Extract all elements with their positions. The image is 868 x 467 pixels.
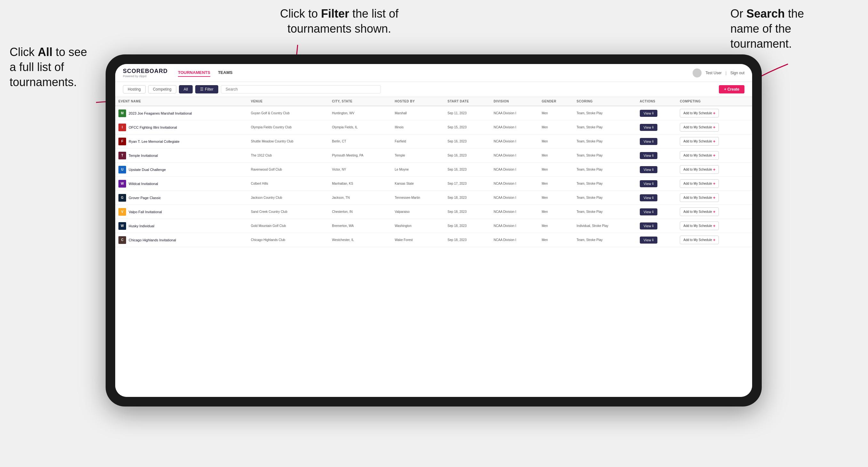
header-right: Test User | Sign out [692,68,744,77]
annotation-filter: Click to Filter the list oftournaments s… [230,6,448,36]
cell-gender-6: Men [538,191,573,205]
tab-competing[interactable]: Competing [148,85,176,93]
cell-gender-8: Men [538,219,573,233]
tab-all[interactable]: All [179,85,193,93]
event-name-text-8: Husky Individual [129,224,154,228]
view-button-1[interactable]: View ℹ [640,124,658,131]
tab-hosting[interactable]: Hosting [123,85,146,93]
add-schedule-button-3[interactable]: Add to My Schedule + [680,151,719,160]
cell-competing-5: Add to My Schedule + [677,177,752,191]
view-button-3[interactable]: View ℹ [640,152,658,159]
cell-division-5: NCAA Division I [490,177,538,191]
add-schedule-button-8[interactable]: Add to My Schedule + [680,221,719,230]
cell-venue-6: Jackson Country Club [248,191,329,205]
cell-gender-1: Men [538,120,573,134]
cell-competing-8: Add to My Schedule + [677,219,752,233]
view-button-2[interactable]: View ℹ [640,138,658,145]
annotation-search: Or Search thename of thetournament. [731,6,852,51]
cell-scoring-6: Team, Stroke Play [574,191,637,205]
view-icon-1: ℹ [652,125,654,129]
logo-text: SCOREBOARD [123,68,168,74]
cell-venue-9: Chicago Highlands Club [248,233,329,247]
view-icon-6: ℹ [652,196,654,199]
cell-hosted-6: Tennessee-Martin [392,191,444,205]
col-hosted-by: HOSTED BY [392,97,444,106]
view-icon-8: ℹ [652,224,654,227]
add-schedule-button-2[interactable]: Add to My Schedule + [680,137,719,146]
cell-venue-5: Colbert Hills [248,177,329,191]
user-label: Test User [705,71,722,75]
col-scoring: SCORING [574,97,637,106]
cell-scoring-0: Team, Stroke Play [574,106,637,120]
plus-icon: + [713,209,716,214]
cell-date-8: Sep 18, 2023 [444,219,490,233]
cell-gender-9: Men [538,233,573,247]
cell-event-name-0: M 2023 Joe Feaganes Marshall Invitationa… [115,106,248,120]
event-name-text-4: Upstate Dual Challenge [129,168,166,172]
cell-date-0: Sep 11, 2023 [444,106,490,120]
cell-division-6: NCAA Division I [490,191,538,205]
cell-actions-7: View ℹ [637,205,677,219]
view-button-4[interactable]: View ℹ [640,166,658,173]
cell-event-name-7: V Valpo Fall Invitational [115,205,248,219]
event-name-text-5: Wildcat Invitational [129,182,158,186]
cell-hosted-5: Kansas State [392,177,444,191]
cell-scoring-3: Team, Stroke Play [574,149,637,163]
table-row: W Husky Individual Gold Mountain Golf Cl… [115,219,752,233]
cell-competing-4: Add to My Schedule + [677,163,752,177]
view-icon-3: ℹ [652,154,654,157]
table-row: W Wildcat Invitational Colbert Hills Man… [115,177,752,191]
filter-button[interactable]: ☰ Filter [195,85,218,93]
col-competing: COMPETING [677,97,752,106]
table-container: EVENT NAME VENUE CITY, STATE HOSTED BY S… [115,97,752,397]
cell-event-name-8: W Husky Individual [115,219,248,233]
cell-hosted-0: Marshall [392,106,444,120]
tablet-frame: SCOREBOARD Powered by clippd TOURNAMENTS… [105,54,762,406]
cell-division-7: NCAA Division I [490,205,538,219]
cell-competing-0: Add to My Schedule + [677,106,752,120]
cell-division-0: NCAA Division I [490,106,538,120]
add-schedule-button-0[interactable]: Add to My Schedule + [680,109,719,118]
cell-gender-4: Men [538,163,573,177]
sign-out-link[interactable]: Sign out [731,71,744,75]
add-schedule-button-5[interactable]: Add to My Schedule + [680,179,719,188]
view-button-5[interactable]: View ℹ [640,180,658,187]
add-schedule-button-6[interactable]: Add to My Schedule + [680,193,719,202]
cell-city-3: Plymouth Meeting, PA [329,149,392,163]
team-logo-0: M [118,110,126,117]
nav-tournaments[interactable]: TOURNAMENTS [178,69,210,77]
view-button-9[interactable]: View ℹ [640,237,658,244]
event-name-text-1: OFCC Fighting Illini Invitational [129,125,177,129]
user-avatar [692,68,702,77]
add-schedule-button-4[interactable]: Add to My Schedule + [680,165,719,174]
cell-venue-3: The 1912 Club [248,149,329,163]
table-row: F Ryan T. Lee Memorial Collegiate Shuttl… [115,134,752,149]
table-row: V Valpo Fall Invitational Sand Creek Cou… [115,205,752,219]
create-button[interactable]: + Create [719,85,744,93]
add-schedule-button-7[interactable]: Add to My Schedule + [680,208,719,216]
nav-teams[interactable]: TEAMS [218,69,233,77]
search-input[interactable] [221,85,381,93]
team-logo-5: W [118,180,126,188]
add-schedule-button-9[interactable]: Add to My Schedule + [680,236,719,244]
plus-icon: + [713,153,716,158]
filter-bar: Hosting Competing All ☰ Filter + Create [115,82,752,97]
event-name-text-6: Grover Page Classic [129,196,161,200]
cell-hosted-2: Fairfield [392,134,444,149]
cell-scoring-7: Team, Stroke Play [574,205,637,219]
cell-scoring-5: Team, Stroke Play [574,177,637,191]
add-schedule-button-1[interactable]: Add to My Schedule + [680,123,719,131]
view-button-6[interactable]: View ℹ [640,194,658,201]
view-button-0[interactable]: View ℹ [640,110,658,117]
view-button-8[interactable]: View ℹ [640,222,658,229]
table-row: T Temple Invitational The 1912 Club Plym… [115,149,752,163]
cell-hosted-1: Illinois [392,120,444,134]
cell-scoring-9: Team, Stroke Play [574,233,637,247]
col-division: DIVISION [490,97,538,106]
cell-city-5: Manhattan, KS [329,177,392,191]
cell-hosted-4: Le Moyne [392,163,444,177]
col-venue: VENUE [248,97,329,106]
cell-gender-3: Men [538,149,573,163]
cell-gender-0: Men [538,106,573,120]
view-button-7[interactable]: View ℹ [640,208,658,215]
